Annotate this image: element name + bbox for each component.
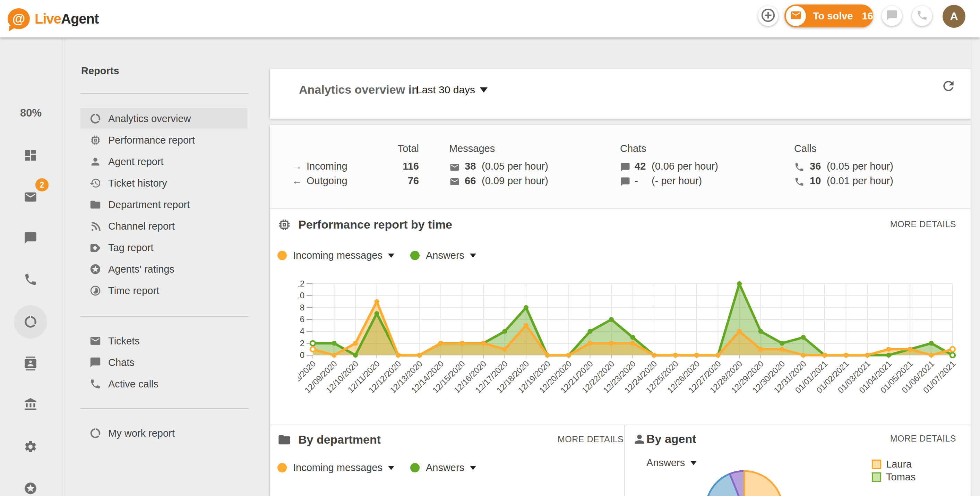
reports-panel: Reports Analytics overviewPerformance re… bbox=[65, 37, 259, 496]
chats-rate: (- per hour) bbox=[652, 175, 702, 187]
agent-person-icon bbox=[633, 432, 646, 446]
chat-mini-icon bbox=[620, 162, 630, 175]
nav-item-label: My work report bbox=[108, 427, 175, 439]
svg-text:10: 10 bbox=[298, 291, 304, 300]
legend-label: Incoming messages bbox=[293, 462, 382, 474]
nav-item-chats[interactable]: Chats bbox=[65, 352, 259, 373]
calls-header-button[interactable] bbox=[912, 6, 932, 26]
nav-item-active-calls[interactable]: Active calls bbox=[65, 373, 259, 395]
nav-item-label: Active calls bbox=[108, 378, 159, 390]
nav-item-label: Tag report bbox=[108, 242, 154, 254]
legend-square-icon bbox=[872, 459, 881, 469]
department-more-details-link[interactable]: MORE DETAILS bbox=[558, 434, 624, 444]
legend-label: Tomas bbox=[886, 471, 915, 483]
contacts-icon[interactable] bbox=[24, 357, 37, 370]
chevron-down-icon bbox=[388, 466, 394, 470]
calls-icon[interactable] bbox=[24, 273, 37, 287]
agent-legend-item-tomas[interactable]: Tomas bbox=[872, 471, 915, 483]
donut-icon bbox=[89, 113, 101, 124]
chat-icon bbox=[89, 357, 101, 368]
top-header: @ LiveAgent To solve 16 A bbox=[0, 0, 980, 37]
calls-value: 10 bbox=[810, 175, 821, 187]
nav-item-label: Tickets bbox=[108, 335, 140, 347]
nav-item-ticket-history[interactable]: Ticket history bbox=[65, 172, 259, 194]
avatar[interactable]: A bbox=[943, 5, 966, 28]
nav-item-analytics-overview[interactable]: Analytics overview bbox=[80, 108, 248, 129]
chevron-down-icon bbox=[470, 466, 476, 470]
to-solve-button[interactable]: To solve 16 bbox=[784, 5, 873, 27]
legend-dot-icon bbox=[410, 463, 420, 472]
nav-item-my-work-report[interactable]: My work report bbox=[65, 423, 259, 444]
chats-header-button[interactable] bbox=[882, 6, 902, 26]
memory-icon bbox=[89, 134, 101, 146]
nav-item-agents-ratings[interactable]: Agents' ratings bbox=[65, 258, 259, 280]
to-solve-count: 16 bbox=[862, 10, 873, 22]
legend-label: Answers bbox=[426, 462, 465, 474]
nav-item-time-report[interactable]: Time report bbox=[65, 280, 259, 301]
message-mini-icon bbox=[449, 162, 460, 175]
performance-more-details-link[interactable]: MORE DETAILS bbox=[890, 219, 956, 229]
performance-legend: Incoming messagesAnswers bbox=[277, 250, 492, 261]
slice-orange bbox=[744, 471, 783, 496]
history-icon bbox=[89, 177, 101, 189]
reports-icon[interactable] bbox=[24, 315, 37, 329]
nav-item-tag-report[interactable]: Tag report bbox=[65, 237, 259, 258]
sla-percent: 80% bbox=[0, 107, 62, 119]
chevron-down-icon bbox=[388, 254, 394, 258]
svg-text:8: 8 bbox=[300, 303, 304, 312]
liveagent-logo: @ LiveAgent bbox=[8, 6, 99, 32]
add-button[interactable] bbox=[758, 6, 778, 26]
by-department-title: By department bbox=[298, 433, 381, 447]
nav-item-performance-report[interactable]: Performance report bbox=[65, 129, 259, 151]
settings-icon[interactable] bbox=[24, 440, 37, 454]
nav-item-tickets[interactable]: Tickets bbox=[65, 330, 259, 352]
logo-text: LiveAgent bbox=[35, 11, 99, 27]
envelope-icon bbox=[790, 10, 802, 22]
direction-arrow-icon: ← bbox=[292, 175, 302, 187]
chats-rate: (0.06 per hour) bbox=[652, 161, 718, 172]
nav-item-department-report[interactable]: Department report bbox=[65, 194, 259, 215]
svg-text:12: 12 bbox=[298, 279, 304, 288]
nav-item-label: Time report bbox=[108, 285, 159, 297]
nav-item-agent-report[interactable]: Agent report bbox=[65, 151, 259, 172]
refresh-icon bbox=[941, 89, 956, 95]
timelapse-icon bbox=[89, 285, 101, 297]
legend-series-dropdown-answers[interactable]: Answers bbox=[410, 250, 476, 261]
chats-icon[interactable] bbox=[24, 231, 37, 245]
legend-series-dropdown-incoming-messages[interactable]: Incoming messages bbox=[277, 250, 394, 261]
icon-rail: 80% 2 bbox=[0, 37, 62, 496]
dashboard-icon[interactable] bbox=[24, 148, 37, 162]
stats-header-calls: Calls bbox=[794, 143, 816, 154]
call-icon bbox=[89, 378, 101, 390]
reports-panel-title: Reports bbox=[81, 65, 119, 77]
chats-value: - bbox=[635, 175, 638, 187]
section-divider bbox=[270, 424, 970, 425]
scrollbar-track[interactable] bbox=[971, 37, 980, 496]
chevron-down-icon bbox=[470, 254, 476, 258]
stats-row-outgoing: ←Outgoing7666(0.09 per hour)-(- per hour… bbox=[270, 175, 970, 189]
agent-answers-dropdown[interactable]: Answers bbox=[646, 457, 697, 469]
refresh-button[interactable] bbox=[941, 78, 956, 94]
legend-series-dropdown-answers[interactable]: Answers bbox=[410, 462, 476, 474]
analytics-overview-card: Analytics overview in Last 30 days bbox=[270, 69, 970, 119]
tickets-icon[interactable] bbox=[24, 190, 37, 204]
upgrade-icon[interactable] bbox=[24, 482, 37, 495]
date-range-value: Last 30 days bbox=[416, 84, 475, 96]
nav-item-channel-report[interactable]: Channel report bbox=[65, 215, 259, 237]
agent-legend-item-laura[interactable]: Laura bbox=[872, 459, 912, 470]
messages-value: 66 bbox=[465, 175, 476, 187]
call-mini-icon bbox=[794, 177, 805, 190]
stats-header-chats: Chats bbox=[620, 143, 646, 154]
envelope-circle bbox=[786, 6, 806, 26]
by-agent-pie-chart bbox=[704, 469, 784, 496]
total-value: 116 bbox=[374, 161, 419, 172]
direction-arrow-icon: → bbox=[292, 161, 302, 172]
panel-divider bbox=[80, 93, 249, 94]
agent-more-details-link[interactable]: MORE DETAILS bbox=[890, 434, 956, 443]
by-agent-title: By agent bbox=[646, 432, 696, 446]
nav-item-label: Agents' ratings bbox=[108, 264, 175, 275]
nav-item-label: Chats bbox=[108, 357, 135, 368]
company-icon[interactable] bbox=[24, 397, 37, 411]
legend-series-dropdown-incoming-messages[interactable]: Incoming messages bbox=[277, 462, 394, 474]
date-range-dropdown[interactable]: Last 30 days bbox=[416, 84, 488, 96]
